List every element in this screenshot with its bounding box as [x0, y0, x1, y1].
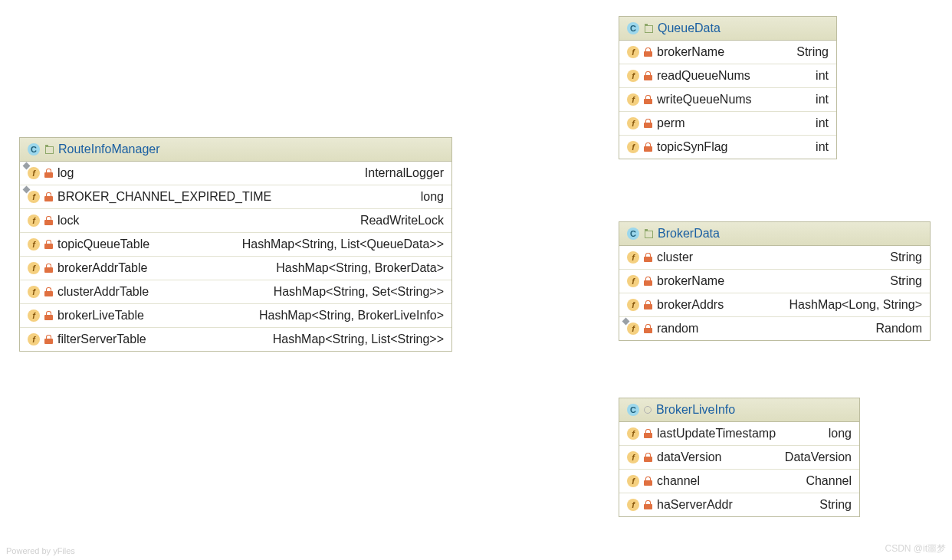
field-name: brokerAddrs — [657, 298, 724, 312]
field-name: dataVersion — [657, 450, 722, 464]
field-row: permint — [619, 112, 836, 136]
field-name: brokerAddrTable — [57, 261, 147, 275]
field-row: topicQueueTableHashMap<String, List<Queu… — [20, 233, 451, 257]
lock-icon — [644, 253, 652, 262]
field-name: BROKER_CHANNEL_EXPIRED_TIME — [57, 190, 271, 204]
field-row: haServerAddrString — [619, 493, 859, 516]
class-icon — [627, 228, 639, 240]
lock-icon — [644, 142, 652, 152]
field-name: brokerLiveTable — [57, 309, 144, 323]
field-icon — [28, 286, 40, 298]
field-type: int — [816, 116, 829, 130]
field-icon — [627, 451, 639, 463]
field-type: HashMap<Long, String> — [790, 298, 922, 312]
lock-icon — [44, 264, 53, 273]
field-row: randomRandom — [619, 317, 930, 340]
lock-icon — [644, 429, 652, 438]
class-icon — [627, 404, 639, 416]
field-type: InternalLogger — [365, 166, 444, 180]
field-name: log — [57, 166, 74, 180]
field-icon — [627, 475, 639, 487]
field-type: String — [819, 498, 852, 512]
lock-icon — [44, 169, 53, 178]
field-row: brokerNameString — [619, 270, 930, 293]
field-type: Channel — [806, 474, 852, 488]
field-icon — [627, 70, 639, 82]
field-type: ReadWriteLock — [360, 214, 444, 228]
field-row: readQueueNumsint — [619, 64, 836, 88]
field-type: HashMap<String, BrokerData> — [276, 261, 444, 275]
field-icon — [627, 299, 639, 311]
field-type: int — [816, 93, 829, 106]
field-icon — [627, 46, 639, 58]
field-row: logInternalLogger — [20, 162, 451, 185]
field-row: brokerLiveTableHashMap<String, BrokerLiv… — [20, 304, 451, 328]
field-name: readQueueNums — [657, 69, 750, 83]
lock-icon — [44, 240, 53, 249]
field-type: String — [890, 274, 922, 288]
class-header: BrokerLiveInfo — [619, 398, 859, 422]
lock-icon — [644, 47, 652, 57]
field-icon — [28, 333, 40, 345]
field-icon — [627, 499, 639, 511]
field-name: cluster — [657, 251, 693, 264]
lock-icon — [644, 476, 652, 486]
field-row: brokerAddrsHashMap<Long, String> — [619, 293, 930, 317]
field-icon — [627, 251, 639, 264]
field-row: brokerAddrTableHashMap<String, BrokerDat… — [20, 257, 451, 280]
lock-icon — [644, 71, 652, 80]
field-name: random — [657, 322, 698, 336]
static-field-icon — [28, 191, 40, 203]
field-type: int — [816, 140, 829, 154]
class-icon — [627, 22, 639, 34]
field-icon — [627, 275, 639, 287]
class-title: QueueData — [658, 21, 721, 35]
class-box-routeInfoManager: RouteInfoManagerlogInternalLoggerBROKER_… — [19, 137, 452, 352]
lock-icon — [44, 287, 53, 296]
field-type: String — [796, 45, 829, 59]
field-row: clusterString — [619, 246, 930, 270]
field-name: topicSynFlag — [657, 140, 728, 154]
field-name: filterServerTable — [57, 332, 146, 346]
field-name: perm — [657, 116, 684, 130]
class-icon — [28, 143, 40, 156]
field-row: channelChannel — [619, 470, 859, 493]
class-title: RouteInfoManager — [58, 142, 160, 156]
field-name: lock — [57, 214, 79, 228]
field-name: writeQueueNums — [657, 93, 752, 106]
field-icon — [627, 427, 639, 440]
lock-icon — [644, 119, 652, 128]
field-icon — [28, 215, 40, 227]
static-field-icon — [627, 323, 639, 335]
field-name: brokerName — [657, 274, 724, 288]
lock-icon — [44, 311, 53, 320]
field-row: filterServerTableHashMap<String, List<St… — [20, 328, 451, 351]
lock-icon — [644, 300, 652, 309]
field-row: BROKER_CHANNEL_EXPIRED_TIMElong — [20, 185, 451, 209]
field-icon — [627, 117, 639, 129]
powered-by-label: Powered by yFiles — [6, 546, 75, 555]
field-type: HashMap<String, Set<String>> — [274, 285, 444, 299]
field-icon — [28, 238, 40, 251]
field-type: int — [816, 69, 829, 83]
lock-icon — [644, 500, 652, 509]
class-header: RouteInfoManager — [20, 138, 451, 162]
field-row: dataVersionDataVersion — [619, 446, 859, 470]
lock-icon — [44, 335, 53, 344]
field-name: channel — [657, 474, 700, 488]
field-icon — [28, 262, 40, 274]
lock-icon — [644, 324, 652, 333]
lock-icon — [644, 453, 652, 462]
field-type: long — [829, 427, 852, 440]
field-type: HashMap<String, List<QueueData>> — [242, 237, 444, 251]
field-type: String — [890, 251, 922, 264]
scope-package-private-icon — [644, 406, 652, 414]
field-type: HashMap<String, BrokerLiveInfo> — [259, 309, 444, 323]
lock-icon — [44, 192, 53, 201]
class-title: BrokerData — [658, 227, 720, 241]
field-icon — [627, 141, 639, 153]
field-type: long — [421, 190, 444, 204]
field-icon — [28, 309, 40, 322]
field-row: brokerNameString — [619, 41, 836, 64]
scope-package-icon — [644, 229, 653, 238]
